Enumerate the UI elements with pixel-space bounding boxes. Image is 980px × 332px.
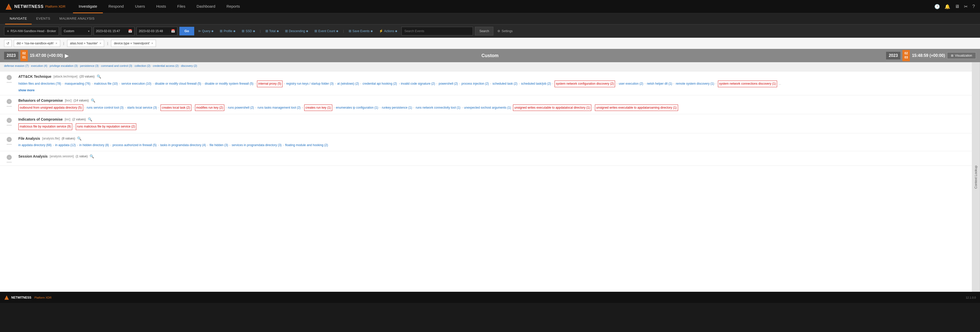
query-btn[interactable]: ⊳ Query ◉ [196,27,216,35]
scissors-icon[interactable]: ✂ [964,4,968,10]
search-events-input[interactable] [401,27,473,35]
tag-disable-cloud-fw[interactable]: disable or modify cloud firewall (5) [155,81,201,87]
filter-alias-close[interactable]: × [100,41,102,45]
tag-unexpected-svchost[interactable]: unexpected svchost arguments (1) [464,105,511,111]
session-analysis-toggle-btn[interactable]: ○ [6,155,12,160]
tag-powershell[interactable]: powershell (2) [439,81,458,87]
file-analysis-dash-btn[interactable] [6,144,12,145]
ssd-btn[interactable]: ⊞ SSD ◉ [240,27,257,35]
nav-investigate[interactable]: Investigate [73,0,103,13]
tag-remote-sys[interactable]: remote system discovery (1) [676,81,714,87]
attck-show-more[interactable]: show more [18,89,35,92]
search-button[interactable]: Search [475,27,493,35]
tag-enumerates-ip[interactable]: enumerates ip configuration (1) [336,105,378,111]
file-analysis-search-icon[interactable]: 🔍 [77,137,81,140]
tag-scheduled-task[interactable]: scheduled task (2) [492,81,517,87]
tag-scheduled-taskjob[interactable]: scheduled task/job (2) [521,81,551,87]
save-events-btn[interactable]: ⊞ Save Events ◉ [347,27,375,35]
monitor-icon[interactable]: 🖥 [955,4,959,9]
tag-malicious-file[interactable]: malicious file (10) [94,81,118,87]
date-from-input[interactable]: 2023-02-01 15:47 📅 [94,27,135,35]
tag-creates-local-task[interactable]: creates local task (2) [161,105,191,111]
nav-hosts[interactable]: Hosts [151,0,172,13]
tag-service-execution[interactable]: service execution (10) [121,81,151,87]
attck-dash-btn[interactable] [6,82,12,83]
tag-modifies-run-key[interactable]: modifies run key (2) [195,105,224,111]
tag-runs-service[interactable]: runs service control tool (3) [87,105,124,111]
custom-dropdown[interactable]: Custom Last Hour Last Day [61,27,92,35]
tag-outbound-unsigned[interactable]: outbound from unsigned appdata directory… [18,105,83,111]
refresh-button[interactable]: ↺ [4,40,12,47]
tag-registry-run[interactable]: registry run keys / startup folder (3) [286,81,334,87]
go-button[interactable]: Go [180,27,194,35]
tag-runs-powershell[interactable]: runs powershell (2) [228,105,254,111]
boc-toggle-btn[interactable]: ○ [6,99,12,104]
nav-respond[interactable]: Respond [103,0,129,13]
nav-reports[interactable]: Reports [221,0,246,13]
tag-masquerading[interactable]: masquerading (76) [65,81,90,87]
sub-nav-events[interactable]: EVENTS [32,13,55,24]
date-to-input[interactable]: 2023-02-03 15:48 📅 [137,27,177,35]
tag-services-programdata[interactable]: services in programdata directory (3) [232,143,282,148]
bell-icon[interactable]: 🔔 [945,4,950,10]
tag-user-execution[interactable]: user execution (2) [619,81,643,87]
nav-files[interactable]: Files [172,0,191,13]
tag-runs-network[interactable]: runs network connectivity tool (1) [416,105,460,111]
tag-runkey-persistence[interactable]: runkey persistence (1) [382,105,412,111]
tag-sys-net-config[interactable]: system network configuration discovery (… [555,81,615,87]
date-to-text: 2023-02-03 15:48 [139,29,169,33]
tag-in-hidden-dir[interactable]: in hidden directory (8) [80,143,109,148]
tag-malicious-file-rep[interactable]: malicious file by reputation service (9) [18,124,72,130]
tag-floating-module[interactable]: floating module and hooking (2) [285,143,328,148]
tag-unsigned-writes-roaming[interactable]: unsigned writes executable to appdataroa… [595,105,678,111]
ioc-toggle-btn[interactable]: ○ [6,118,12,123]
event-count-btn[interactable]: ⊞ Event Count ◉ [312,27,340,35]
ioc-dash-btn[interactable] [6,125,12,125]
tag-internal-proxy[interactable]: internal proxy (5) [257,81,283,87]
visualization-button[interactable]: ⊞ Visualization [947,52,976,59]
tag-unsigned-writes-local[interactable]: unsigned writes executable to appdataloc… [513,105,591,111]
file-analysis-toggle-btn[interactable]: ○ [6,137,12,142]
attck-search-icon[interactable]: 🔍 [97,75,101,79]
boc-search-icon[interactable]: 🔍 [91,98,95,103]
tag-process-auth-fw[interactable]: process authorized in firewall (5) [113,143,157,148]
nav-dashboard[interactable]: Dashboard [191,0,221,13]
tag-in-appdata-dir[interactable]: in appdata directory (68) [18,143,52,148]
tag-at-windows[interactable]: at (windows) (2) [337,81,359,87]
total-btn[interactable]: ⊞ Total ◉ [263,27,281,35]
sub-nav-navigate[interactable]: NAVIGATE [5,13,32,24]
tag-process-injection[interactable]: process injection (2) [461,81,489,87]
tag-credential-hooking[interactable]: credential api hooking (2) [363,81,397,87]
tag-runs-malicious-file[interactable]: runs malicious file by reputation servic… [76,124,136,130]
session-analysis-search-icon[interactable]: 🔍 [89,154,94,158]
tag-runs-tasks-mgmt[interactable]: runs tasks management tool (2) [258,105,301,111]
tag-file-hidden[interactable]: file hidden (3) [210,143,228,148]
tag-sys-net-conn[interactable]: system network connections discovery (1) [718,81,777,87]
tag-creates-run-key[interactable]: creates run key (1) [304,105,332,111]
tag-netsh[interactable]: netsh helper dll (1) [647,81,672,87]
tag-invalid-code[interactable]: - invalid code signature (2) [399,81,435,87]
descending-btn[interactable]: ⊞ Descending ◉ [283,27,310,35]
ioc-search-icon[interactable]: 🔍 [88,117,92,121]
profile-btn[interactable]: ⊞ Profile ◉ [218,27,238,35]
filter-device-close[interactable]: × [151,41,153,45]
custom-dropdown-wrapper[interactable]: Custom Last Hour Last Day [61,27,92,35]
sub-nav-malware[interactable]: MALWARE ANALYSIS [55,13,99,24]
tag-tasks-programdata[interactable]: tasks in programdata directory (4) [160,143,206,148]
session-analysis-dash-btn[interactable] [6,162,12,162]
clock-icon[interactable]: 🕐 [934,4,940,10]
tag-starts-local-service[interactable]: starts local service (3) [127,105,157,111]
settings-btn[interactable]: ⚙ Settings [497,29,512,33]
attck-toggle-btn[interactable]: ○ [6,75,12,80]
boc-dash-btn[interactable] [6,106,12,106]
tag-in-appdata[interactable]: in appdata (12) [55,143,76,148]
top-navigation: NETWITNESS Platform XDR Investigate Resp… [0,0,980,13]
tag-hidden-files[interactable]: hidden files and directories (78) [18,81,61,87]
tag-disable-system-fw[interactable]: disable or modify system firewall (5) [205,81,253,87]
nav-users[interactable]: Users [129,0,151,13]
question-icon[interactable]: ? [972,4,975,9]
boc-section-row: ○ Behaviors of Compromise [boc] (14 valu… [0,95,972,114]
actions-btn[interactable]: ⚡ Actions ◉ [377,27,399,35]
filter-did-close[interactable]: × [56,41,57,45]
context-lookup-sidebar[interactable]: Context Lookup [972,62,980,292]
